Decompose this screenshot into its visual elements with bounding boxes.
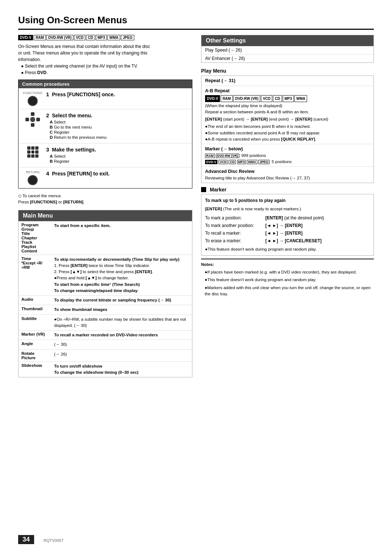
- play-menu-title: Play Menu: [201, 68, 374, 74]
- menu-desc-time: To skip incrementally or decrementally (…: [51, 255, 192, 296]
- marker-row-another: To mark another position: [◄ ►] → [ENTER…: [205, 222, 370, 229]
- page-title: Using On-Screen Menus: [18, 15, 374, 30]
- intro-line2: or unit. These menus allow you to operat…: [18, 50, 192, 56]
- marker-section-title: Marker: [201, 187, 374, 193]
- settings-row-playspeed: Play Speed (→ 26): [201, 46, 373, 54]
- menu-row-marker: Marker (VR) To recall a marker recorded …: [19, 331, 192, 340]
- step-3-sub-b: B Register: [50, 159, 187, 163]
- marker-value-recall: [◄ ►] → [ENTER]: [265, 230, 302, 236]
- ab-steps: [ENTER] (start point) → [ENTER] (end poi…: [205, 116, 370, 122]
- menu-item-subtitle: Subtitle: [19, 315, 51, 331]
- ab-bullet-1: ●The end of an item becomes point B when…: [205, 123, 370, 130]
- marker-label-recall: To recall a marker:: [205, 230, 263, 236]
- step-2-title: 2 Select the menu.: [46, 112, 187, 118]
- menu-row-rotate: RotatePicture (→ 26): [19, 349, 192, 361]
- menu-item-program: ProgramGroupTitleChapterTrackPlaylistCon…: [19, 221, 51, 255]
- play-menu-advanced-row: Advanced Disc Review Reviewing title to …: [201, 167, 373, 183]
- badge-dvdrwvr: DVD-RW (VR): [46, 35, 73, 40]
- menu-table: ProgramGroupTitleChapterTrackPlaylistCon…: [19, 221, 192, 377]
- step-1-content: 1 Press [FUNCTIONS] once.: [46, 91, 187, 99]
- marker-row-title: Marker (→ below): [205, 146, 370, 153]
- advanced-title: Advanced Disc Review: [205, 168, 370, 175]
- marker-row-erase: To erase a marker: [◄ ►] → [CANCEL/RESET…: [205, 238, 370, 244]
- right-column: Other Settings Play Speed (→ 26) AV Enha…: [201, 35, 374, 377]
- format-badges: DVD-V RAM DVD-RW (VR) VCD CD MP3 WMA JPE…: [18, 35, 192, 40]
- menu-desc-marker: To recall a marker recorded on DVD-Video…: [51, 331, 192, 340]
- note-3: ●Markers added with this unit clear when…: [201, 285, 374, 297]
- notes-title: Notes:: [201, 262, 374, 268]
- step-1-icon: FUNCTIONS: [24, 91, 42, 106]
- notes-box: Notes: ●If places have been marked (e.g.…: [201, 259, 374, 297]
- play-menu-ab-row: A-B Repeat DVD-V RAM DVD-RW (VR) VCD CD …: [201, 86, 373, 144]
- menu-item-slideshow: Slideshow: [19, 361, 51, 377]
- other-settings-box: Other Settings Play Speed (→ 26) AV Enha…: [201, 35, 374, 63]
- step-2: 2 Select the menu. A Select B Go to the …: [19, 109, 192, 143]
- cancel-note: ◇ To cancel the menus Press [FUNCTIONS] …: [18, 193, 192, 206]
- step-4-content: 4 Press [RETURN] to exit.: [46, 170, 187, 178]
- intro-bullet1: ● Select the unit viewing channel (or th…: [21, 63, 192, 69]
- menu-item-thumbnail: Thumbnail: [19, 305, 51, 315]
- marker-label-erase: To erase a marker:: [205, 238, 263, 244]
- common-procedures-box: Common procedures FUNCTIONS 1 Press [FUN…: [18, 80, 192, 189]
- step-4: RETURN 4 Press [RETURN] to exit.: [19, 167, 192, 188]
- marker-value-mark: [ENTER] (at the desired point): [265, 215, 324, 221]
- marker-other-positions: DVD-V VCD CD MP3 WMA JPEG: 5 positions: [205, 159, 370, 165]
- menu-row-thumbnail: Thumbnail To show thumbnail images: [19, 305, 192, 315]
- page-code: RQTV0057: [44, 538, 64, 543]
- badge-ram: RAM: [34, 35, 46, 40]
- intro-line3: information.: [18, 56, 192, 63]
- menu-desc-angle: (→ 30): [51, 340, 192, 349]
- menu-desc-audio: To display the current bitrate or sampli…: [51, 296, 192, 305]
- intro-bullet2: ● Press DVD.: [21, 69, 192, 76]
- play-menu-inner: Repeat (→ 31) A-B Repeat DVD-V RAM DVD-R…: [201, 76, 373, 183]
- badge-dvdv: DVD-V: [18, 35, 33, 40]
- menu-row-time: Time *Except ÷R/÷RW To skip incrementall…: [19, 255, 192, 296]
- main-menu-header: Main Menu: [19, 210, 192, 221]
- ab-badge-cd: CD: [273, 95, 282, 102]
- marker-row-mark: To mark a position: [ENTER] (at the desi…: [205, 215, 370, 221]
- step-3-sub-a: A Select: [50, 154, 187, 158]
- note-1: ●If places have been marked (e.g. with a…: [201, 269, 374, 275]
- settings-table: Play Speed (→ 26) AV Enhancer (→ 26): [201, 46, 373, 62]
- ab-note: (When the elapsed play time is displayed…: [205, 103, 370, 109]
- ab-desc: Repeat a section between points A and B …: [205, 109, 370, 115]
- marker-value-another: [◄ ►] → [ENTER]: [265, 222, 302, 229]
- page-number: 34: [18, 535, 34, 544]
- badge-cd: CD: [86, 35, 95, 40]
- step-2-sub: A Select B Go to the next menu C Registe…: [50, 120, 187, 139]
- step-3-sub: A Select B Register: [50, 154, 187, 163]
- marker-label-mark: To mark a position:: [205, 215, 263, 221]
- step-2-content: 2 Select the menu. A Select B Go to the …: [46, 112, 187, 140]
- play-menu-box: Repeat (→ 31) A-B Repeat DVD-V RAM DVD-R…: [201, 76, 374, 183]
- main-menu-box: Main Menu ProgramGroupTitleChapterTrackP…: [18, 210, 192, 378]
- step-3-content: 3 Make the settings. A Select B Register: [46, 146, 187, 164]
- note-2: ●This feature doesn't work during progra…: [201, 277, 374, 283]
- badge-wma: WMA: [107, 35, 120, 40]
- ab-bullet-2: ●Some subtitles recorded around point A …: [205, 130, 370, 136]
- marker-subtitle: To mark up to 5 positions to play again: [205, 197, 370, 204]
- ab-badge-dvdrwvr: DVD-RW (VR): [233, 95, 260, 102]
- menu-row-program: ProgramGroupTitleChapterTrackPlaylistCon…: [19, 221, 192, 255]
- play-menu-marker-row: Marker (→ below) RAM DVD-RW (VR): 999 po…: [201, 144, 373, 167]
- menu-row-angle: Angle (→ 30): [19, 340, 192, 349]
- marker-icon: [201, 187, 206, 192]
- ab-badge-mp3: MP3: [283, 95, 294, 102]
- menu-item-angle: Angle: [19, 340, 51, 349]
- play-menu-section: Play Menu Repeat (→ 31) A-B Repeat DVD-V…: [201, 68, 374, 183]
- menu-item-rotate: RotatePicture: [19, 349, 51, 361]
- step-2-sub-b: B Go to the next menu: [50, 125, 187, 129]
- settings-playspeed-text: Play Speed (→ 26): [201, 46, 373, 54]
- step-1: FUNCTIONS 1 Press [FUNCTIONS] once.: [19, 88, 192, 109]
- settings-row-avenhancer: AV Enhancer (→ 26): [201, 54, 373, 63]
- menu-item-audio: Audio: [19, 296, 51, 305]
- menu-row-audio: Audio To display the current bitrate or …: [19, 296, 192, 305]
- two-col-layout: DVD-V RAM DVD-RW (VR) VCD CD MP3 WMA JPE…: [18, 35, 374, 377]
- repeat-title: Repeat (→ 31): [205, 78, 235, 83]
- step-1-title: 1 Press [FUNCTIONS] once.: [46, 91, 187, 97]
- ab-bullets: ●The end of an item becomes point B when…: [205, 123, 370, 142]
- step-3: 3 Make the settings. A Select B Register: [19, 143, 192, 167]
- intro-text: On-Screen Menus are menus that contain i…: [18, 43, 192, 76]
- intro-line1: On-Screen Menus are menus that contain i…: [18, 43, 192, 50]
- ab-badge-ram: RAM: [221, 95, 233, 102]
- page: Using On-Screen Menus DVD-V RAM DVD-RW (…: [0, 0, 392, 555]
